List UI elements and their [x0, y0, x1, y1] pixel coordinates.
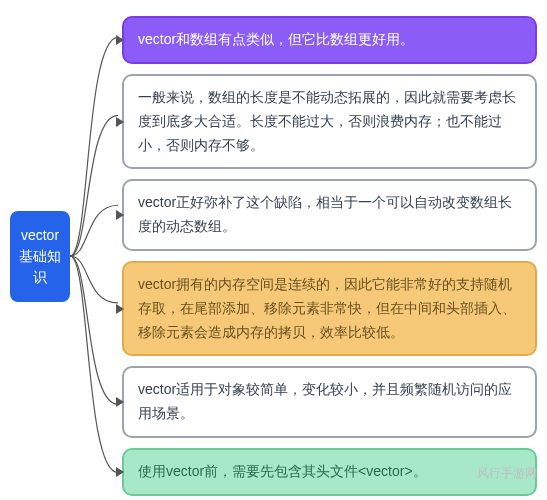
arrow-icon — [116, 467, 124, 477]
connector-zone — [70, 12, 122, 500]
child-text: vector适用于对象较简单，变化较小，并且频繁随机访问的应用场景。 — [138, 381, 512, 421]
root-label: vector基础知识 — [19, 227, 61, 285]
child-text: 使用vector前，需要先包含其头文件<vector>。 — [138, 463, 427, 479]
child-node-4: vector适用于对象较简单，变化较小，并且频繁随机访问的应用场景。 — [122, 366, 537, 438]
mindmap-container: vector基础知识 vector和数组有点类似，但它比数组更好用。 一般来说，… — [0, 0, 547, 500]
arrow-icon — [116, 397, 124, 407]
child-text: 一般来说，数组的长度是不能动态拓展的，因此就需要考虑长度到底多大合适。长度不能过… — [138, 89, 516, 153]
child-text: vector和数组有点类似，但它比数组更好用。 — [138, 31, 414, 47]
arrow-icon — [116, 35, 124, 45]
connector-lines — [70, 12, 122, 500]
watermark: 风行手游网 — [477, 465, 537, 482]
child-node-0: vector和数组有点类似，但它比数组更好用。 — [122, 16, 537, 64]
child-text: vector拥有的内存空间是连续的，因此它能非常好的支持随机存取，在尾部添加、移… — [138, 276, 516, 340]
child-node-3: vector拥有的内存空间是连续的，因此它能非常好的支持随机存取，在尾部添加、移… — [122, 261, 537, 356]
child-node-2: vector正好弥补了这个缺陷，相当于一个可以自动改变数组长度的动态数组。 — [122, 179, 537, 251]
child-node-5: 使用vector前，需要先包含其头文件<vector>。 — [122, 448, 537, 496]
arrow-icon — [116, 210, 124, 220]
root-node: vector基础知识 — [10, 211, 70, 302]
children-list: vector和数组有点类似，但它比数组更好用。 一般来说，数组的长度是不能动态拓… — [122, 16, 537, 496]
child-text: vector正好弥补了这个缺陷，相当于一个可以自动改变数组长度的动态数组。 — [138, 194, 512, 234]
arrow-icon — [116, 304, 124, 314]
child-node-1: 一般来说，数组的长度是不能动态拓展的，因此就需要考虑长度到底多大合适。长度不能过… — [122, 74, 537, 169]
arrow-icon — [116, 117, 124, 127]
